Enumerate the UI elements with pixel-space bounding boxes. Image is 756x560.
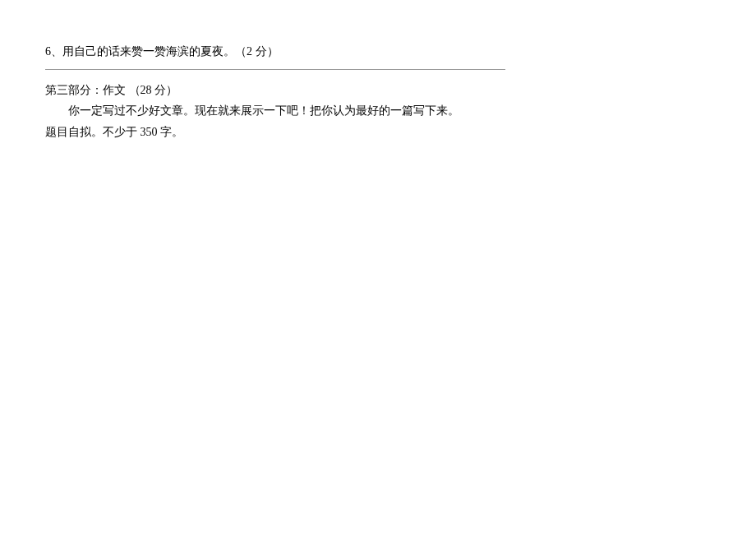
part3-body-line1: 你一定写过不少好文章。现在就来展示一下吧！把你认为最好的一篇写下来。 [45,100,711,121]
question-6: 6、用自己的话来赞一赞海滨的夏夜。（2 分） [45,41,711,62]
part3-heading: 第三部分：作文 （28 分） [45,80,711,100]
answer-blank-line [45,68,505,70]
document-content: 6、用自己的话来赞一赞海滨的夏夜。（2 分） 第三部分：作文 （28 分） 你一… [0,0,756,142]
part3-body-line2: 题目自拟。不少于 350 字。 [45,122,711,142]
